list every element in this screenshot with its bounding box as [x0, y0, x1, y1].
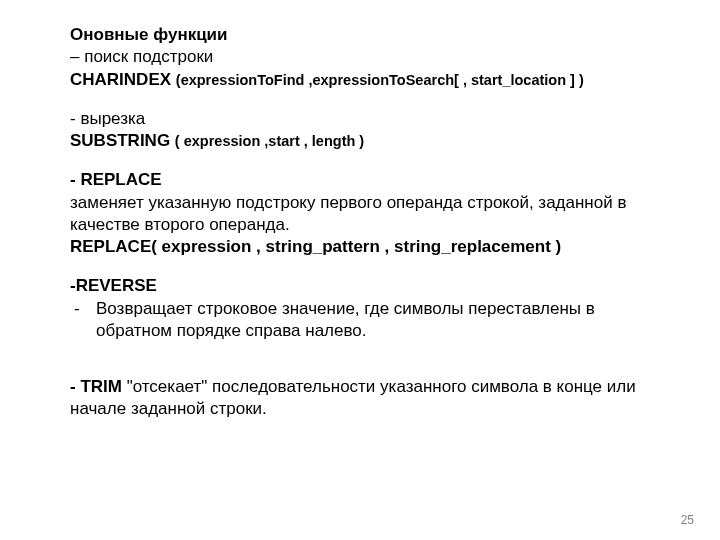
replace-desc-line2: качестве второго операнда. — [70, 214, 720, 235]
replace-desc-line1: заменяет указанную подстроку первого опе… — [70, 192, 720, 213]
trim-desc1: "отсекает" последовательности указанного… — [127, 377, 636, 396]
slide-body: Оновные функции – поиск подстроки CHARIN… — [0, 0, 720, 420]
reverse-bullet: - Возвращает строковое значение, где сим… — [70, 298, 720, 343]
reverse-desc: Возвращает строковое значение, где симво… — [96, 298, 595, 343]
substring-params: ( expression ,start , length ) — [175, 133, 364, 149]
charindex-signature: CHARINDEX (expressionToFind ,expressionT… — [70, 69, 720, 90]
charindex-func-name: CHARINDEX — [70, 70, 176, 89]
reverse-header: -REVERSE — [70, 275, 720, 296]
bullet-dash-icon: - — [70, 298, 96, 343]
trim-line1: - TRIM "отсекает" последовательности ука… — [70, 376, 720, 397]
reverse-line1: Возвращает строковое значение, где симво… — [96, 298, 595, 319]
page-number: 25 — [681, 513, 694, 528]
replace-signature: REPLACE( expression , string_pattern , s… — [70, 236, 720, 257]
section-title: Оновные функции — [70, 24, 720, 45]
charindex-intro: – поиск подстроки — [70, 46, 720, 67]
trim-func-name: - TRIM — [70, 377, 127, 396]
replace-header: - REPLACE — [70, 169, 720, 190]
substring-intro: - вырезка — [70, 108, 720, 129]
charindex-params: (expressionToFind ,expressionToSearch[ ,… — [176, 72, 584, 88]
substring-func-name: SUBSTRING — [70, 131, 175, 150]
reverse-line2: обратном порядке справа налево. — [96, 320, 595, 341]
trim-desc2: начале заданной строки. — [70, 398, 720, 419]
substring-signature: SUBSTRING ( expression ,start , length ) — [70, 130, 720, 151]
